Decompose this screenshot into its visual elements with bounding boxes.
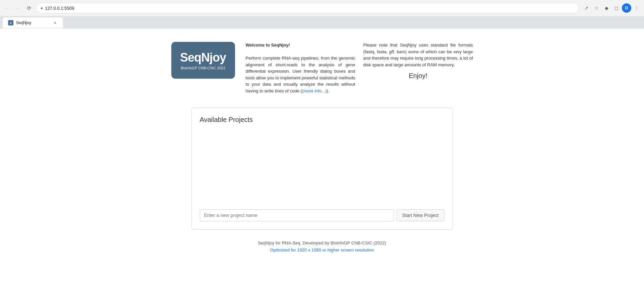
back-button[interactable]: ← [3,3,12,13]
more-info-link[interactable]: (more info...) [302,88,327,93]
desc-col-left: Welcome to SeqNjoy! Perform complete RNA… [246,42,355,94]
project-name-input[interactable] [200,209,394,221]
projects-list [200,129,445,203]
share-icon[interactable]: ↗ [582,3,591,13]
project-input-row: Start New Project [200,209,445,221]
active-tab[interactable]: S SeqNjoy ✕ [3,17,63,28]
toolbar-actions: ↗ ☆ ◆ ◻ O ⋮ [582,3,641,13]
desc-col-right: Please note that SeqNjoy uses standard f… [363,42,473,94]
tab-bar: S SeqNjoy ✕ [0,16,644,28]
profile-button[interactable]: O [622,3,631,13]
logo-box: SeqNjoy BioinfoGP CNB-CSIC 2022 [171,42,235,79]
bookmark-icon[interactable]: ☆ [592,3,601,13]
tab-title: SeqNjoy [16,20,50,25]
browser-chrome: ← → ⟳ ● ↗ ☆ ◆ ◻ O ⋮ S SeqNjoy ✕ [0,0,644,28]
description-right-text: Please note that SeqNjoy uses standard f… [363,43,473,67]
footer-line1: SeqNjoy for RNA-Seq. Developed by Bioinf… [258,240,386,245]
extensions-icon[interactable]: ◆ [602,3,611,13]
browser-toolbar: ← → ⟳ ● ↗ ☆ ◆ ◻ O ⋮ [0,0,644,16]
enjoy-text: Enjoy! [363,71,473,81]
split-screen-icon[interactable]: ◻ [612,3,621,13]
page-content: SeqNjoy BioinfoGP CNB-CSIC 2022 Welcome … [0,28,644,294]
footer: SeqNjoy for RNA-Seq. Developed by Bioinf… [258,240,386,252]
reload-button[interactable]: ⟳ [24,3,34,13]
logo-subtitle: BioinfoGP CNB-CSIC 2022 [181,66,225,70]
projects-container: Available Projects Start New Project [191,107,453,230]
address-bar[interactable] [45,6,575,11]
tab-close-button[interactable]: ✕ [52,20,58,25]
description-columns: Welcome to SeqNjoy! Perform complete RNA… [246,42,473,94]
projects-title: Available Projects [200,116,445,124]
tab-favicon: S [8,20,13,25]
header-section: SeqNjoy BioinfoGP CNB-CSIC 2022 Welcome … [171,42,473,94]
logo-title: SeqNjoy [180,51,226,65]
address-bar-container: ● [36,3,579,13]
lock-icon: ● [41,6,43,10]
menu-icon[interactable]: ⋮ [632,3,641,13]
forward-button[interactable]: → [13,3,23,13]
footer-line2: Optimized for 1920 x 1080 or higher scre… [258,247,386,252]
description-left-text: Perform complete RNA-seq pipelines, from… [246,56,355,93]
start-new-project-button[interactable]: Start New Project [397,209,445,221]
welcome-title: Welcome to SeqNjoy! [246,43,290,48]
